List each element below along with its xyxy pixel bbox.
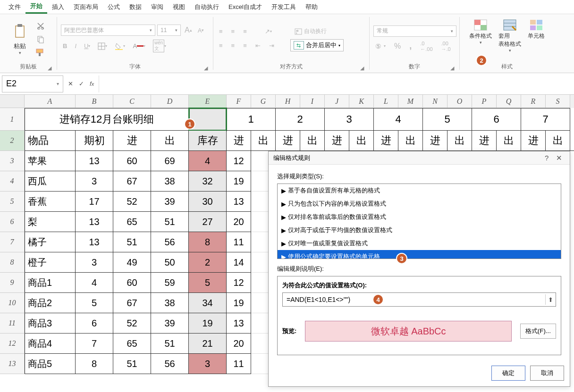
rule-type-option[interactable]: ▶ 基于各自值设置所有单元格的格式 bbox=[278, 184, 561, 197]
daynum-4[interactable]: 4 bbox=[374, 108, 423, 131]
col-head-N[interactable]: N bbox=[423, 95, 447, 108]
increase-decimal-icon[interactable]: .0←.00 bbox=[418, 40, 434, 53]
kucun-cell[interactable]: 8 bbox=[189, 232, 227, 252]
align-top-icon[interactable]: ≡ bbox=[217, 27, 225, 36]
menu-审阅[interactable]: 审阅 bbox=[146, 1, 168, 13]
dialog-close-icon[interactable]: ✕ bbox=[553, 154, 565, 162]
header-7[interactable]: 进 bbox=[276, 131, 300, 151]
item-cell[interactable]: 商品1 bbox=[25, 273, 76, 293]
header-17[interactable]: 进 bbox=[521, 131, 546, 151]
f-cell[interactable]: 13 bbox=[227, 313, 251, 334]
jin-cell[interactable]: 51 bbox=[113, 354, 151, 374]
jin-cell[interactable]: 49 bbox=[113, 252, 151, 273]
cancel-button[interactable]: 取消 bbox=[530, 366, 564, 381]
item-cell[interactable]: 商品3 bbox=[25, 313, 76, 334]
header-12[interactable]: 出 bbox=[398, 131, 423, 151]
rule-type-option[interactable]: ▶ 仅对高于或低于平均值的数值设置格式 bbox=[278, 224, 561, 237]
font-name-select[interactable]: 阿里巴巴普惠体▾ bbox=[61, 25, 155, 36]
qichu-cell[interactable]: 5 bbox=[76, 293, 113, 313]
col-head-G[interactable]: G bbox=[251, 95, 276, 108]
chu-cell[interactable]: 50 bbox=[151, 252, 189, 273]
rule-type-option[interactable]: ▶ 仅对排名靠前或靠后的数值设置格式 bbox=[278, 210, 561, 224]
dialog-launcher-icon[interactable]: ◢ bbox=[359, 65, 365, 72]
kucun-cell[interactable]: 2 bbox=[189, 252, 227, 273]
chu-cell[interactable]: 51 bbox=[151, 334, 189, 354]
jin-cell[interactable]: 65 bbox=[113, 334, 151, 354]
f-cell[interactable]: 12 bbox=[227, 273, 251, 293]
jin-cell[interactable]: 60 bbox=[113, 273, 151, 293]
align-right-icon[interactable]: ≡ bbox=[241, 41, 249, 50]
select-all-corner[interactable] bbox=[0, 95, 25, 108]
align-bottom-icon[interactable]: ≡ bbox=[241, 27, 249, 36]
dialog-help-icon[interactable]: ? bbox=[542, 154, 551, 162]
col-head-C[interactable]: C bbox=[113, 95, 151, 108]
rule-type-option[interactable]: ▶ 使用公式确定要设置格式的单元格 bbox=[278, 250, 561, 259]
dialog-launcher-icon[interactable]: ◢ bbox=[46, 65, 53, 72]
qichu-cell[interactable]: 3 bbox=[76, 171, 113, 192]
menu-自动执行[interactable]: 自动执行 bbox=[190, 1, 224, 13]
header-2[interactable]: 进 bbox=[113, 131, 151, 151]
menu-文件[interactable]: 文件 bbox=[4, 1, 25, 13]
col-head-I[interactable]: I bbox=[300, 95, 325, 108]
row-head-7[interactable]: 7 bbox=[0, 232, 25, 252]
jin-cell[interactable]: 51 bbox=[113, 232, 151, 252]
item-cell[interactable]: 橘子 bbox=[25, 232, 76, 252]
jin-cell[interactable]: 52 bbox=[113, 313, 151, 334]
row-head-5[interactable]: 5 bbox=[0, 192, 25, 212]
col-head-E[interactable]: E bbox=[189, 95, 227, 108]
chu-cell[interactable]: 59 bbox=[151, 273, 189, 293]
cell-E1[interactable] bbox=[189, 108, 227, 131]
chu-cell[interactable]: 39 bbox=[151, 192, 189, 212]
menu-帮助[interactable]: 帮助 bbox=[301, 1, 322, 13]
bold-icon[interactable]: B bbox=[61, 42, 69, 50]
col-head-S[interactable]: S bbox=[546, 95, 570, 108]
jin-cell[interactable]: 65 bbox=[113, 212, 151, 232]
daynum-7[interactable]: 7 bbox=[521, 108, 570, 131]
daynum-2[interactable]: 2 bbox=[276, 108, 325, 131]
header-15[interactable]: 进 bbox=[472, 131, 497, 151]
daynum-3[interactable]: 3 bbox=[325, 108, 374, 131]
indent-decrease-icon[interactable]: ⇤ bbox=[253, 41, 262, 50]
kucun-cell[interactable]: 3 bbox=[189, 354, 227, 374]
rule-type-list[interactable]: ▶ 基于各自值设置所有单元格的格式▶ 只为包含以下内容的单元格设置格式▶ 仅对排… bbox=[277, 183, 561, 259]
col-head-L[interactable]: L bbox=[374, 95, 398, 108]
cell-style-button[interactable]: 单元格 bbox=[525, 16, 548, 62]
kucun-cell[interactable]: 19 bbox=[189, 313, 227, 334]
f-cell[interactable]: 20 bbox=[227, 334, 251, 354]
dialog-launcher-icon[interactable]: ◢ bbox=[449, 65, 456, 72]
font-color-icon[interactable]: A▾ bbox=[131, 42, 147, 50]
kucun-cell[interactable]: 34 bbox=[189, 293, 227, 313]
format-button[interactable]: 格式(F)... bbox=[520, 324, 556, 339]
italic-icon[interactable]: I bbox=[73, 42, 78, 50]
item-cell[interactable]: 香蕉 bbox=[25, 192, 76, 212]
fill-color-icon[interactable]: ▾ bbox=[113, 42, 127, 51]
item-cell[interactable]: 橙子 bbox=[25, 252, 76, 273]
header-18[interactable]: 出 bbox=[546, 131, 570, 151]
header-0[interactable]: 物品 bbox=[25, 131, 76, 151]
item-cell[interactable]: 商品5 bbox=[25, 354, 76, 374]
align-middle-icon[interactable]: ≡ bbox=[229, 27, 237, 36]
item-cell[interactable]: 商品4 bbox=[25, 334, 76, 354]
col-head-P[interactable]: P bbox=[472, 95, 497, 108]
header-8[interactable]: 出 bbox=[300, 131, 325, 151]
kucun-cell[interactable]: 4 bbox=[189, 151, 227, 171]
daynum-1[interactable]: 1 bbox=[227, 108, 276, 131]
menu-开发工具[interactable]: 开发工具 bbox=[267, 1, 301, 13]
col-head-F[interactable]: F bbox=[227, 95, 251, 108]
kucun-cell[interactable]: 30 bbox=[189, 192, 227, 212]
fx-cancel-icon[interactable]: ✕ bbox=[66, 79, 75, 88]
chu-cell[interactable]: 38 bbox=[151, 171, 189, 192]
indent-increase-icon[interactable]: ⇥ bbox=[267, 41, 276, 50]
chu-cell[interactable]: 56 bbox=[151, 232, 189, 252]
col-head-B[interactable]: B bbox=[76, 95, 113, 108]
jin-cell[interactable]: 67 bbox=[113, 171, 151, 192]
chu-cell[interactable]: 39 bbox=[151, 313, 189, 334]
f-cell[interactable]: 13 bbox=[227, 192, 251, 212]
percent-icon[interactable]: % bbox=[392, 41, 403, 51]
qichu-cell[interactable]: 4 bbox=[76, 273, 113, 293]
kucun-cell[interactable]: 32 bbox=[189, 171, 227, 192]
row-head-13[interactable]: 13 bbox=[0, 354, 25, 374]
chu-cell[interactable]: 38 bbox=[151, 293, 189, 313]
font-size-select[interactable]: 11▾ bbox=[157, 25, 181, 36]
col-head-H[interactable]: H bbox=[276, 95, 300, 108]
